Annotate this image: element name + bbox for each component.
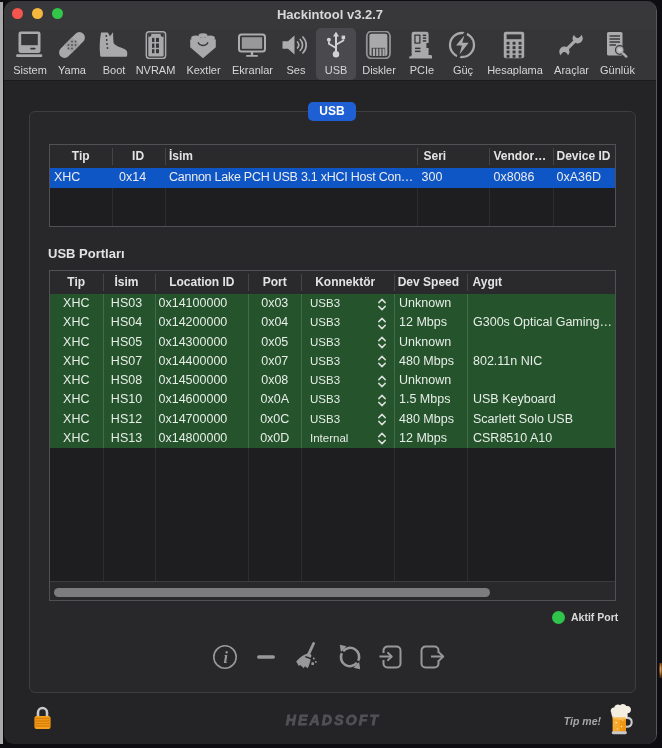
svg-text:i: i — [223, 648, 228, 665]
